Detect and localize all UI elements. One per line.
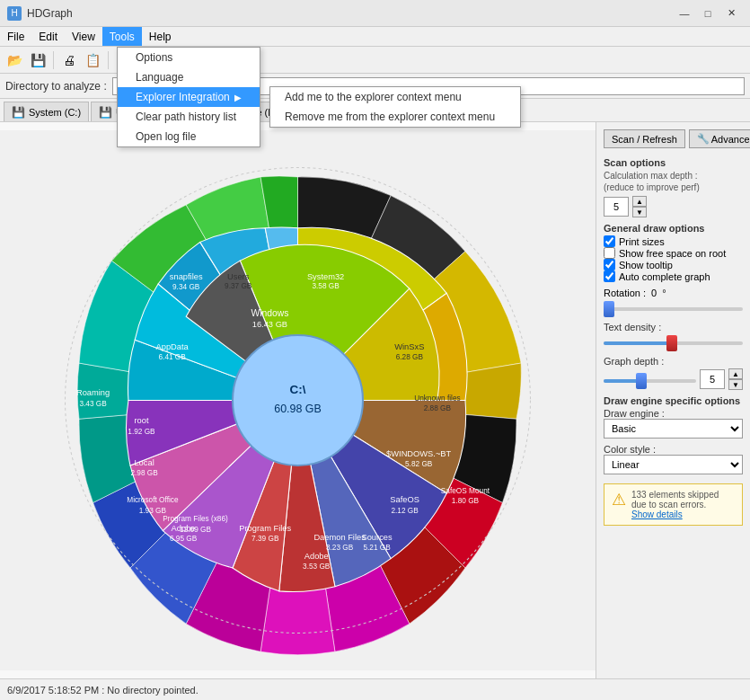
status-text: 6/9/2017 5:18:52 PM : No directory point…	[7, 685, 199, 696]
calc-depth-label: Calculation max depth :	[604, 170, 743, 182]
label-winsxs: WinSxS	[394, 342, 424, 351]
draw-engine-label: Draw engine :	[604, 408, 743, 419]
text-density-label: Text density :	[604, 322, 743, 332]
menu-open-log[interactable]: Open log file	[118, 127, 260, 146]
tab-system-c[interactable]: 💾 System (C:)	[4, 102, 89, 121]
label-daemon: Daemon Files	[313, 533, 366, 542]
free-space-checkbox[interactable]	[604, 247, 615, 259]
toolbar-separator	[53, 51, 54, 69]
menu-options[interactable]: Options	[118, 48, 260, 67]
label-adobe1: Adobe	[172, 524, 196, 533]
menu-help[interactable]: Help	[142, 27, 179, 46]
open-log-label: Open log file	[136, 130, 196, 143]
statusbar: 6/9/2017 5:18:52 PM : No directory point…	[0, 678, 750, 700]
scan-refresh-button[interactable]: Scan / Refresh	[604, 129, 685, 148]
graph-area: C:\ 60.98 GB Windows 16.43 GB System32 3…	[0, 122, 596, 678]
graph-depth-slider[interactable]	[604, 370, 696, 388]
autocomplete-checkbox[interactable]	[604, 270, 615, 282]
add-context-menu[interactable]: Add me to the explorer context menu	[270, 87, 520, 107]
label-progfilesx86: Program Files (x86)	[163, 515, 228, 523]
text-density-track	[604, 341, 743, 345]
center-circle[interactable]	[233, 335, 363, 465]
label-windows-size: 16.43 GB	[252, 320, 287, 329]
rotation-unit: °	[662, 288, 666, 298]
rotation-label: Rotation :	[604, 288, 646, 298]
free-space-row: Show free space on root	[604, 247, 743, 259]
advanced-button[interactable]: 🔧 Advanced...	[689, 129, 750, 148]
warning-icon: ⚠	[612, 490, 626, 509]
rotation-thumb[interactable]	[604, 301, 614, 317]
graph-depth-track	[604, 379, 696, 383]
menu-edit[interactable]: Edit	[31, 27, 65, 46]
advanced-icon: 🔧	[697, 133, 710, 145]
menu-explorer-integration[interactable]: Explorer Integration ▶	[118, 87, 260, 107]
drive-icon-e: 💾	[99, 106, 112, 119]
options-label: Options	[136, 51, 172, 64]
menu-clear-history[interactable]: Clear path history list	[118, 107, 260, 127]
calc-depth-down[interactable]: ▼	[632, 207, 647, 217]
label-unknown: Unknown files	[414, 394, 460, 403]
color-style-section: Color style : Linear Rainbow Monochrome	[604, 444, 743, 474]
text-density-thumb[interactable]	[666, 335, 677, 351]
label-safeos: SafeOS	[390, 495, 419, 504]
center-path: C:\	[290, 383, 306, 396]
label-local: Local	[134, 458, 154, 467]
label-winbt-size: 5.82 GB	[405, 460, 433, 468]
save-button[interactable]: 💾	[27, 49, 49, 71]
clear-history-label: Clear path history list	[136, 111, 236, 123]
minimize-button[interactable]: —	[673, 4, 696, 22]
drive-icon: 💾	[12, 106, 25, 119]
titlebar: H HDGraph — □ ✕	[0, 0, 750, 27]
rotation-slider[interactable]	[604, 298, 743, 316]
panel-header-row: Scan / Refresh 🔧 Advanced...	[604, 129, 743, 148]
label-sources: Sources	[361, 533, 393, 542]
tab-label: System (C:)	[29, 107, 81, 118]
warning-content: 133 elements skipped due to scan errors.…	[631, 490, 735, 519]
label-daemon-size: 3.23 GB	[326, 544, 354, 552]
label-safeos-mount-size: 1.80 GB	[452, 497, 480, 505]
menu-view[interactable]: View	[65, 27, 102, 46]
print-sizes-label: Print sizes	[619, 236, 665, 247]
label-users: Users	[227, 272, 250, 281]
free-space-label: Show free space on root	[619, 248, 726, 259]
warning-box: ⚠ 133 elements skipped due to scan error…	[604, 483, 743, 526]
toolbar: 📂 💾 🖨 📋 🔄	[0, 47, 750, 74]
copy-button[interactable]: 📋	[82, 49, 103, 71]
label-root-size: 1.92 GB	[128, 428, 155, 436]
submenu-arrow: ▶	[234, 93, 242, 102]
show-details-link[interactable]: Show details	[631, 509, 683, 519]
label-system32-size: 3.58 GB	[312, 282, 340, 290]
graph-depth-input[interactable]	[700, 369, 725, 389]
calc-depth-input[interactable]	[604, 197, 629, 217]
open-button[interactable]: 📂	[4, 49, 25, 71]
graph-depth-up[interactable]: ▲	[728, 368, 743, 379]
titlebar-left: H HDGraph	[7, 6, 73, 21]
menu-file[interactable]: File	[0, 27, 31, 46]
maximize-button[interactable]: □	[696, 4, 719, 22]
print-button[interactable]: 🖨	[58, 49, 80, 71]
remove-context-menu[interactable]: Remove me from the explorer context menu	[270, 107, 520, 127]
titlebar-title: HDGraph	[27, 7, 73, 20]
print-sizes-checkbox[interactable]	[604, 235, 615, 247]
calc-depth-up[interactable]: ▲	[632, 196, 647, 207]
main-area: C:\ 60.98 GB Windows 16.43 GB System32 3…	[0, 122, 750, 678]
graph-depth-thumb[interactable]	[636, 373, 647, 389]
graph-svg[interactable]: C:\ 60.98 GB Windows 16.43 GB System32 3…	[0, 122, 596, 678]
menu-tools[interactable]: Tools	[102, 27, 142, 46]
label-safeos-mount: SafeOS Mount	[441, 487, 490, 495]
graph-depth-down[interactable]: ▼	[728, 379, 743, 390]
label-winsxs-size: 6.28 GB	[396, 353, 424, 361]
tooltip-row: Show tooltip	[604, 259, 743, 270]
tooltip-checkbox[interactable]	[604, 259, 615, 270]
label-adobe2: Adobe	[304, 552, 329, 561]
draw-engine-select[interactable]: Basic Advanced	[604, 419, 743, 439]
menu-language[interactable]: Language	[118, 67, 260, 87]
text-density-slider[interactable]	[604, 332, 743, 350]
toolbar-separator-2	[108, 51, 109, 69]
graph-depth-spinner: ▲ ▼	[728, 368, 743, 390]
titlebar-controls: — □ ✕	[673, 4, 743, 22]
autocomplete-row: Auto complete graph	[604, 270, 743, 282]
calc-depth-sublabel: (reduce to improve perf)	[604, 182, 743, 193]
close-button[interactable]: ✕	[719, 4, 743, 22]
color-style-select[interactable]: Linear Rainbow Monochrome	[604, 455, 743, 474]
